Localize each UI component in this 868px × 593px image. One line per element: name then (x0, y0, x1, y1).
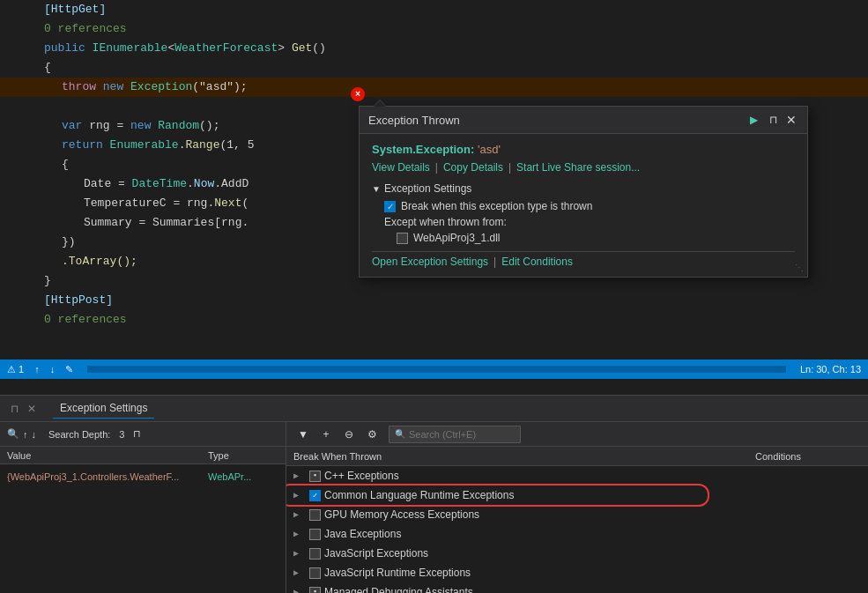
search-icon: 🔍 (395, 429, 405, 440)
break-when-label: Break when this exception type is thrown (401, 200, 592, 212)
col-conditions-header: Conditions (755, 451, 861, 462)
exception-search-input[interactable] (409, 429, 515, 440)
code-line: [HttpPost] (0, 291, 868, 310)
exception-checkbox[interactable] (309, 509, 321, 521)
watch-row: {WebApiProj3_1.Controllers.WeatherF... W… (7, 468, 278, 486)
close-panel-button[interactable]: ✕ (25, 402, 39, 416)
search-icon: 🔍 (7, 428, 19, 440)
except-from-label: Except when thrown from: (384, 216, 795, 228)
exception-row: ▶ ▪ Managed Debugging Assistants (286, 582, 868, 593)
exception-row: ▶ GPU Memory Access Exceptions (286, 505, 868, 524)
code-line: public IEnumerable<WeatherForecast> Get(… (0, 39, 868, 58)
exception-checkbox-clr[interactable]: ✓ (309, 490, 321, 501)
exception-label: Java Exceptions (324, 528, 861, 540)
panels-container: 🔍 ↑ ↓ Search Depth: 3 ⊓ Value Type {WebA… (0, 422, 868, 593)
expand-icon[interactable]: ▶ (293, 548, 306, 559)
popup-header: Exception Thrown ▶ ⊓ ✕ (360, 107, 807, 134)
exception-label: C++ Exceptions (324, 470, 861, 482)
popup-links: View Details | Copy Details | Start Live… (372, 161, 795, 174)
exception-settings-tab[interactable]: Exception Settings (53, 398, 154, 419)
code-line: [HttpGet] (0, 0, 868, 19)
right-panel: ▼ + ⊖ ⚙ 🔍 Break When Thrown Conditions ▶… (286, 422, 868, 593)
popup-pin-button[interactable]: ⊓ (765, 112, 781, 128)
expand-icon[interactable]: ▶ (293, 587, 306, 593)
live-share-link[interactable]: Start Live Share session... (516, 161, 640, 174)
dll-label: WebApiProj3_1.dll (413, 232, 501, 244)
expand-icon[interactable]: ▶ (293, 471, 306, 481)
right-panel-header: ▼ + ⊖ ⚙ 🔍 (286, 422, 868, 447)
open-exception-settings-link[interactable]: Open Exception Settings (372, 256, 488, 268)
search-depth-value: 3 (119, 429, 124, 440)
popup-run-button[interactable]: ▶ (746, 112, 761, 128)
exception-label: JavaScript Exceptions (324, 547, 861, 560)
popup-arrow-inner (374, 100, 386, 107)
pin-panel-button[interactable]: ⊓ (7, 402, 21, 416)
exception-type-label: System.Exception: 'asd' (372, 143, 795, 156)
expand-icon[interactable]: ▶ (293, 529, 306, 539)
left-panel-content: {WebApiProj3_1.Controllers.WeatherF... W… (0, 464, 286, 489)
code-line: 0 references (0, 310, 868, 330)
bottom-panel: ⊓ ✕ Exception Settings 🔍 ↑ ↓ Search Dept… (0, 395, 868, 593)
dll-checkbox[interactable] (397, 233, 408, 244)
exception-checkbox[interactable] (309, 548, 321, 560)
exception-checkbox[interactable] (309, 567, 321, 579)
col-value-header: Value (7, 450, 208, 461)
exception-checkbox[interactable]: ▪ (309, 587, 321, 594)
break-when-checkbox[interactable]: ✓ (384, 201, 396, 212)
exc-table-header: Break When Thrown Conditions (286, 447, 868, 466)
left-panel: 🔍 ↑ ↓ Search Depth: 3 ⊓ Value Type {WebA… (0, 422, 286, 593)
exception-settings-label: Exception Settings (384, 182, 471, 195)
error-badge[interactable]: × (351, 87, 365, 101)
add-button[interactable]: + (316, 425, 336, 444)
search-box: 🔍 (389, 426, 521, 443)
exception-popup: Exception Thrown ▶ ⊓ ✕ System.Exception:… (359, 106, 808, 278)
left-col-header: Value Type (0, 447, 286, 464)
panel-tab-bar: ⊓ ✕ Exception Settings (0, 396, 868, 422)
exception-table-body: ▶ ▪ C++ Exceptions ▶ ✓ Common Language R… (286, 466, 868, 593)
code-line: 0 references (0, 19, 868, 39)
popup-bottom-links: Open Exception Settings | Edit Condition… (372, 251, 795, 268)
search-depth-label: Search Depth: (48, 429, 110, 440)
exception-row: ▶ JavaScript Exceptions (286, 544, 868, 563)
popup-close-button[interactable]: ✕ (784, 113, 798, 127)
exception-row: ▶ ▪ C++ Exceptions (286, 466, 868, 486)
exception-label: Managed Debugging Assistants (324, 586, 861, 593)
code-editor: [HttpGet] 0 references public IEnumerabl… (0, 0, 868, 379)
exception-row: ▶ Java Exceptions (286, 524, 868, 544)
exception-checkbox[interactable]: ▪ (309, 471, 321, 482)
status-bar: ⚠ 1 ↑ ↓ ✎ Ln: 30, Ch: 13 (0, 360, 868, 379)
exception-label: GPU Memory Access Exceptions (324, 508, 861, 521)
watch-value: {WebApiProj3_1.Controllers.WeatherF... (7, 471, 208, 482)
throw-code-line: throw new Exception("asd"); (0, 78, 868, 97)
code-line: { (0, 58, 868, 78)
watch-type: WebAPr... (208, 471, 278, 482)
search-area: 🔍 ↑ ↓ (7, 428, 36, 440)
filter-button[interactable]: ▼ (293, 425, 313, 444)
left-panel-controls: ⊓ ✕ (7, 402, 39, 416)
copy-details-link[interactable]: Copy Details (443, 161, 503, 174)
settings-button[interactable]: ⚙ (362, 425, 382, 444)
expand-icon[interactable]: ▶ (293, 567, 306, 578)
location-status: Ln: 30, Ch: 13 (800, 364, 861, 374)
horizontal-scrollbar[interactable] (87, 366, 786, 373)
exception-checkbox[interactable] (309, 529, 321, 540)
resize-handle[interactable]: ⋱ (795, 263, 804, 273)
status-warning: ⚠ 1 (7, 364, 24, 375)
popup-body: System.Exception: 'asd' View Details | C… (360, 134, 807, 277)
settings-btn[interactable]: ⊓ (133, 428, 141, 440)
break-when-row: ✓ Break when this exception type is thro… (384, 200, 795, 212)
col-break-header: Break When Thrown (293, 451, 755, 462)
exception-row-clr: ▶ ✓ Common Language Runtime Exceptions (286, 486, 868, 505)
col-type-header: Type (208, 450, 278, 461)
expand-icon[interactable]: ▶ (293, 509, 306, 520)
exception-settings-header: ▼ Exception Settings (372, 182, 795, 195)
exception-row: ▶ JavaScript Runtime Exceptions (286, 563, 868, 582)
edit-conditions-link[interactable]: Edit Conditions (501, 256, 573, 268)
exception-label: JavaScript Runtime Exceptions (324, 567, 861, 579)
left-panel-header: 🔍 ↑ ↓ Search Depth: 3 ⊓ (0, 422, 286, 447)
popup-actions: ▶ ⊓ ✕ (746, 112, 798, 128)
remove-button[interactable]: ⊖ (339, 425, 359, 444)
expand-icon[interactable]: ▶ (293, 490, 306, 500)
view-details-link[interactable]: View Details (372, 161, 430, 174)
popup-title: Exception Thrown (368, 114, 460, 127)
